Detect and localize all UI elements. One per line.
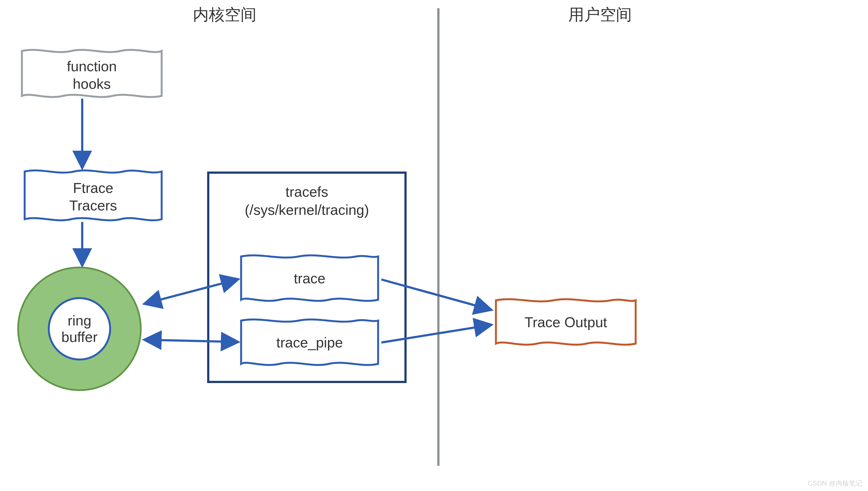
ring-buffer-label-1: ring: [68, 313, 91, 328]
trace-file-box: trace: [241, 255, 378, 301]
ring-buffer: ring buffer: [18, 267, 141, 390]
trace-pipe-box: trace_pipe: [241, 319, 378, 365]
tracefs-label-2: (/sys/kernel/tracing): [245, 202, 369, 218]
trace-pipe-label: trace_pipe: [277, 335, 343, 350]
trace-output-box: Trace Output: [496, 299, 636, 345]
ftrace-tracers-box: Ftrace Tracers: [25, 170, 162, 220]
ring-buffer-label-2: buffer: [61, 329, 97, 345]
trace-output-label: Trace Output: [524, 314, 607, 330]
kernel-space-title: 内核空间: [193, 5, 256, 23]
user-space-title: 用户空间: [568, 5, 632, 23]
function-hooks-box: function hooks: [22, 50, 162, 97]
trace-file-label: trace: [294, 270, 325, 286]
diagram-canvas: 内核空间 用户空间 function hooks Ftrace Tracers …: [0, 0, 868, 491]
tracefs-label-1: tracefs: [286, 184, 328, 200]
watermark: CSDN @内核笔记: [808, 479, 863, 488]
ftrace-tracers-label-2: Tracers: [69, 198, 117, 213]
ftrace-tracers-label-1: Ftrace: [73, 180, 113, 196]
function-hooks-label-2: hooks: [73, 76, 111, 92]
function-hooks-label-1: function: [67, 58, 117, 74]
